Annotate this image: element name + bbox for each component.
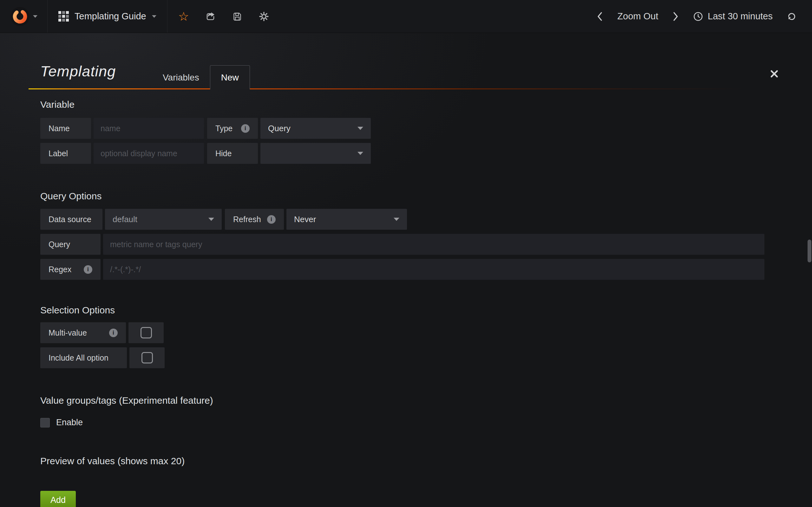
checkbox-icon [141,327,152,338]
zoom-out-label: Zoom Out [617,11,658,21]
refresh-select[interactable]: Never [287,209,407,230]
value-groups-heading: Value groups/tags (Experimental feature) [40,395,777,406]
label-label: Label [40,143,91,164]
top-navbar: Templating Guide ☆ [0,0,812,33]
form-row: Data source default Refresh i Never [40,209,777,230]
grafana-menu-button[interactable] [0,0,48,33]
grafana-logo-icon [10,7,30,26]
caret-down-icon [208,218,214,221]
header-accent-line [29,89,783,89]
chevron-left-icon [596,11,603,22]
time-controls: Zoom Out Last 30 minutes [589,0,812,33]
save-icon [232,11,242,21]
dashboard-grid-icon [58,11,69,21]
refresh-button[interactable] [780,0,804,33]
star-dashboard-button[interactable]: ☆ [170,0,197,33]
variable-form: Name Type i Query Label Hide [40,118,777,164]
enable-checkbox[interactable] [40,418,50,428]
regex-label: Regex i [40,259,101,280]
name-input[interactable] [94,118,204,139]
caret-down-icon [357,127,363,130]
query-options-heading: Query Options [40,190,777,202]
close-icon [769,69,779,78]
include-all-checkbox[interactable] [130,347,165,368]
enable-label: Enable [56,418,83,428]
regex-label-text: Regex [49,265,71,274]
variable-section-heading: Variable [40,99,777,110]
refresh-label-text: Refresh [233,215,261,224]
caret-down-icon [357,152,363,155]
form-row: Include All option [40,347,777,368]
regex-input[interactable] [103,259,764,280]
refresh-icon [786,11,797,21]
multi-value-checkbox[interactable] [129,322,164,343]
time-shift-forward-button[interactable] [665,0,686,33]
datasource-select-value: default [113,215,137,224]
dashboard-toolbar: ☆ [167,0,280,33]
refresh-select-value: Never [294,215,316,224]
caret-down-icon [33,15,38,18]
time-shift-back-button[interactable] [589,0,610,33]
tab-bar: Variables New [152,65,250,89]
name-label: Name [40,118,91,139]
selection-options-heading: Selection Options [40,304,777,316]
caret-down-icon [152,15,156,18]
scrollbar-thumb[interactable] [808,239,811,262]
clock-icon [693,11,703,21]
refresh-label: Refresh i [225,209,284,230]
caret-down-icon [394,218,399,221]
share-dashboard-button[interactable] [197,0,224,33]
hide-select[interactable] [260,143,371,164]
preview-heading: Preview of values (shows max 20) [40,455,777,467]
dashboard-title: Templating Guide [74,11,146,21]
tab-variables[interactable]: Variables [152,66,210,89]
multi-value-label-text: Multi-value [49,328,87,337]
enable-row: Enable [40,418,777,428]
form-row: Regex i [40,259,777,280]
zoom-out-button[interactable]: Zoom Out [610,0,665,33]
label-input[interactable] [94,143,204,164]
info-icon[interactable]: i [267,215,275,224]
tab-new[interactable]: New [210,65,250,89]
templating-editor: Templating Variables New Variable Name T… [0,33,812,507]
datasource-select[interactable]: default [105,209,222,230]
page-title: Templating [40,62,116,80]
form-row: Name Type i Query [40,118,777,139]
hide-label: Hide [207,143,258,164]
query-label: Query [40,234,101,255]
gear-icon [259,11,269,21]
query-options-form: Data source default Refresh i Never Quer… [40,209,777,280]
type-label-text: Type [215,124,233,133]
checkbox-icon [142,352,153,363]
chevron-right-icon [672,11,679,22]
include-all-label: Include All option [40,347,127,368]
close-button[interactable] [769,69,779,78]
query-input[interactable] [103,234,764,255]
info-icon[interactable]: i [84,265,92,274]
page-header: Templating Variables New [40,33,777,89]
navbar-spacer [280,0,590,33]
star-icon: ☆ [178,10,189,22]
info-icon[interactable]: i [241,124,250,133]
save-dashboard-button[interactable] [224,0,251,33]
type-label: Type i [207,118,258,139]
time-range-picker[interactable]: Last 30 minutes [686,0,780,33]
datasource-label: Data source [40,209,102,230]
info-icon[interactable]: i [109,329,118,337]
share-icon [206,11,216,21]
form-row: Multi-value i [40,322,777,343]
form-row: Query [40,234,777,255]
type-select[interactable]: Query [260,118,371,139]
selection-options-form: Multi-value i Include All option [40,322,777,368]
time-range-label: Last 30 minutes [708,11,773,21]
dashboard-settings-button[interactable] [251,0,277,33]
multi-value-label: Multi-value i [40,322,126,343]
type-select-value: Query [268,124,291,133]
add-button[interactable]: Add [40,491,76,507]
form-row: Label Hide [40,143,777,164]
dashboard-picker[interactable]: Templating Guide [48,0,167,33]
